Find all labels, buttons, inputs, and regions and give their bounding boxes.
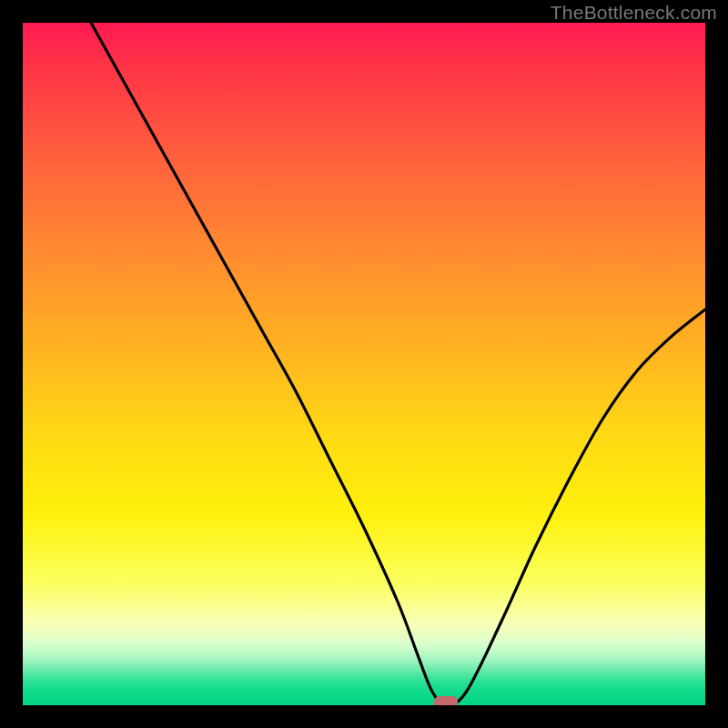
- plot-area: [23, 23, 705, 705]
- chart-frame: TheBottleneck.com: [0, 0, 728, 728]
- bottleneck-curve: [91, 23, 705, 705]
- optimal-marker: [434, 696, 458, 705]
- watermark-text: TheBottleneck.com: [551, 2, 717, 24]
- chart-svg: [23, 23, 705, 705]
